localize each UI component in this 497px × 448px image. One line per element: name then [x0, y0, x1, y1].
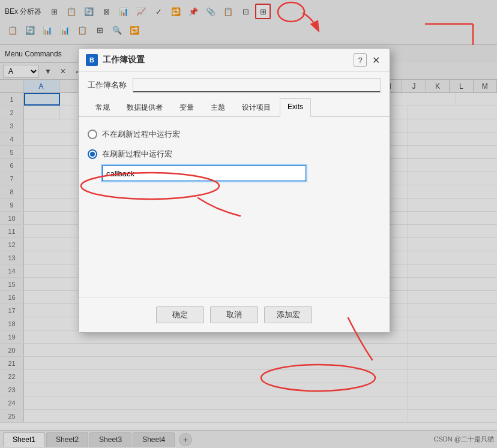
callback-input[interactable] — [102, 166, 306, 181]
radio-circle-run — [88, 149, 97, 159]
radio-option-no-run[interactable]: 不在刷新过程中运行宏 — [88, 129, 381, 140]
radio-circle-no-run — [88, 130, 97, 139]
workbook-settings-dialog: B 工作簿设置 ? ✕ 工作簿名称 常规 数据提供者 变量 主题 设计项目 Ex… — [78, 48, 390, 333]
cancel-button[interactable]: 取消 — [210, 306, 258, 323]
radio-option-run[interactable]: 在刷新过程中运行宏 — [88, 149, 381, 160]
add-macro-button[interactable]: 添加宏 — [264, 306, 312, 323]
dialog-tab-theme[interactable]: 主题 — [203, 98, 233, 116]
dialog-tab-data-providers[interactable]: 数据提供者 — [119, 98, 170, 116]
workbook-name-input[interactable] — [133, 78, 381, 92]
workbook-name-row: 工作簿名称 — [79, 72, 390, 95]
radio-label-no-run: 不在刷新过程中运行宏 — [102, 129, 180, 140]
callback-input-row — [88, 166, 381, 181]
dialog-tab-general[interactable]: 常规 — [88, 98, 118, 116]
dialog-close-button[interactable]: ✕ — [369, 53, 382, 67]
ok-button[interactable]: 确定 — [156, 306, 204, 323]
dialog-tabs: 常规 数据提供者 变量 主题 设计项目 Exits — [79, 98, 390, 117]
workbook-name-label: 工作簿名称 — [88, 80, 127, 91]
dialog-titlebar: B 工作簿设置 ? ✕ — [79, 49, 390, 72]
dialog-title: 工作簿设置 — [103, 55, 354, 65]
dialog-tab-design[interactable]: 设计项目 — [234, 98, 279, 116]
radio-label-run: 在刷新过程中运行宏 — [102, 149, 172, 160]
dialog-tab-variables[interactable]: 变量 — [172, 98, 202, 116]
dialog-icon: B — [86, 54, 98, 66]
dialog-content: 不在刷新过程中运行宏 在刷新过程中运行宏 — [79, 117, 390, 297]
dialog-tab-exits[interactable]: Exits — [280, 98, 311, 117]
dialog-footer: 确定 取消 添加宏 — [79, 297, 390, 332]
dialog-help-button[interactable]: ? — [354, 53, 367, 67]
dialog-icon-label: B — [89, 56, 94, 64]
